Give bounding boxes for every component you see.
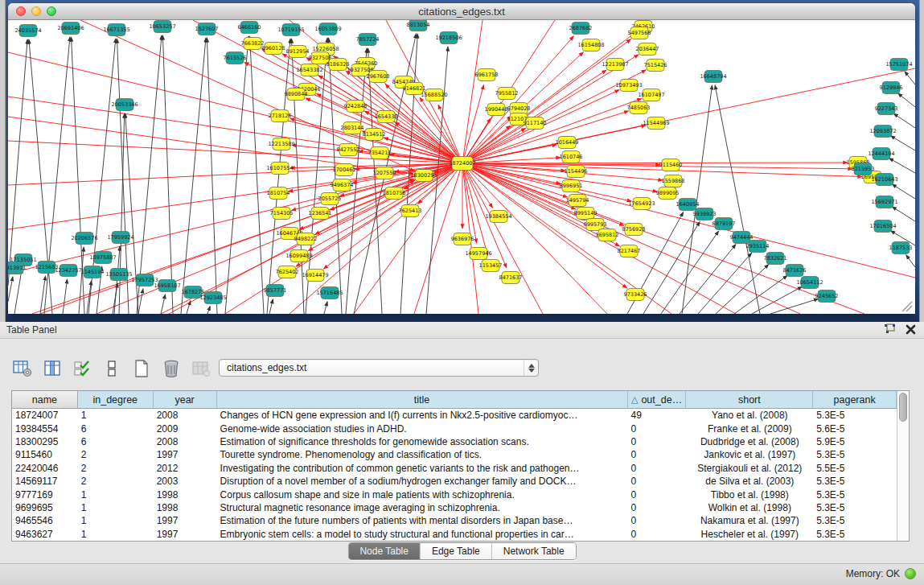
network-node-yellow[interactable]: 2718126 [269, 110, 292, 122]
network-node-yellow[interactable]: 8471637 [499, 272, 523, 284]
network-node-yellow[interactable]: 9115460 [659, 159, 683, 171]
cell-year[interactable]: 1998 [154, 488, 217, 501]
network-node-yellow[interactable]: 1016449 [556, 137, 579, 149]
network-node-teal[interactable]: 20053346 [111, 99, 138, 111]
network-node-teal[interactable]: 17016504 [869, 220, 896, 233]
network-node-yellow[interactable]: 7625402 [276, 266, 299, 278]
network-node-teal[interactable]: 1145194 [81, 266, 105, 278]
cell-out_degree[interactable]: 0 [628, 514, 687, 527]
cell-name[interactable]: 9699695 [12, 501, 78, 514]
network-node-teal[interactable]: 15716485 [316, 287, 343, 299]
cell-in_degree[interactable]: 1 [78, 409, 154, 422]
column-header-short[interactable]: short [686, 391, 813, 408]
cell-pagerank[interactable]: 5.3E-5 [813, 514, 897, 527]
network-node-teal[interactable]: 7857224 [356, 34, 380, 46]
cell-title[interactable]: Embryonic stem cells: a model to study s… [217, 528, 628, 541]
table-row[interactable]: 1938455462009Genome-wide association stu… [12, 422, 897, 435]
network-node-teal[interactable]: 10653257 [149, 21, 175, 33]
cell-pagerank[interactable]: 5.3E-5 [813, 409, 897, 422]
network-node-yellow[interactable]: 9496374 [331, 179, 354, 192]
cell-short[interactable]: de Silva et al. (2003) [686, 475, 813, 488]
network-node-yellow[interactable]: 1236541 [309, 208, 332, 220]
network-node-yellow[interactable]: 1559868 [662, 175, 685, 187]
cell-title[interactable]: Genome-wide association studies in ADHD. [217, 422, 628, 435]
network-node-teal[interactable]: 19218506 [435, 32, 462, 44]
table-row[interactable]: 1830029562008Estimation of significance … [12, 435, 897, 448]
citation-network-graph[interactable]: 7663822896012889129541522605893275088186… [8, 20, 915, 314]
network-node-teal[interactable]: 2687682 [569, 23, 593, 35]
network-node-yellow[interactable]: 2036447 [636, 43, 659, 56]
cell-name[interactable]: 9115460 [12, 448, 78, 461]
network-node-teal[interactable]: 20206576 [71, 233, 97, 245]
network-node-yellow[interactable]: 16914479 [302, 270, 328, 282]
network-node-yellow[interactable]: 16099489 [285, 250, 312, 262]
cell-out_degree[interactable]: 0 [628, 528, 687, 541]
column-header-title[interactable]: title [217, 391, 628, 408]
cell-title[interactable]: Structural magnetic resonance image aver… [217, 501, 628, 514]
column-header-pagerank[interactable]: pagerank [813, 391, 897, 408]
canvas-resize-grip-icon[interactable] [902, 302, 912, 311]
cell-pagerank[interactable]: 5.9E-5 [813, 435, 897, 448]
network-node-yellow[interactable]: 9117140 [524, 117, 547, 130]
network-node-yellow[interactable]: 1207559 [373, 167, 396, 179]
network-node-yellow[interactable]: 8960128 [262, 43, 285, 55]
network-node-teal[interactable]: 16671355 [103, 24, 129, 36]
column-header-out_degree[interactable]: △out_de… [628, 391, 687, 408]
cell-in_degree[interactable]: 2 [78, 462, 154, 475]
cell-short[interactable]: Wolkin et al. (1998) [686, 501, 813, 514]
network-node-yellow[interactable]: 7354211 [368, 147, 392, 159]
cell-year[interactable]: 2012 [154, 462, 217, 475]
network-node-teal[interactable]: 9245652 [815, 290, 839, 303]
network-node-yellow[interactable]: 1700461 [333, 164, 356, 176]
network-node-teal[interactable]: 7615526 [224, 52, 247, 64]
cell-out_degree[interactable]: 0 [628, 435, 687, 448]
network-node-yellow[interactable]: 1153457 [479, 260, 503, 272]
cell-title[interactable]: Investigating the contribution of common… [217, 462, 628, 475]
cell-name[interactable]: 18724007 [12, 409, 78, 422]
network-node-teal[interactable]: 1640954 [676, 199, 700, 211]
cell-title[interactable]: Changes of HCN gene expression and I(f) … [217, 409, 628, 422]
network-node-teal[interactable]: 8471626 [783, 265, 807, 277]
cell-pagerank[interactable]: 5.3E-5 [813, 528, 897, 541]
network-node-yellow[interactable]: 7663822 [241, 38, 265, 50]
cell-out_degree[interactable]: 0 [628, 462, 687, 475]
network-node-teal[interactable]: 13505135 [105, 269, 132, 281]
cell-year[interactable]: 2008 [154, 435, 217, 448]
cell-in_degree[interactable]: 1 [78, 501, 154, 514]
cell-in_degree[interactable]: 1 [78, 514, 154, 527]
cell-in_degree[interactable]: 2 [78, 475, 154, 488]
network-node-yellow[interactable]: 2055725 [318, 193, 342, 205]
network-node-yellow[interactable]: 8756928 [622, 224, 646, 236]
network-node-teal[interactable]: 1187533 [889, 242, 913, 254]
cell-pagerank[interactable]: 5.3E-5 [813, 448, 897, 461]
cell-year[interactable]: 2009 [154, 422, 217, 435]
memory-status[interactable]: Memory: OK [846, 568, 916, 579]
show-column-icon[interactable] [43, 359, 62, 378]
table-row[interactable]: 977716911998Corpus callosum shape and si… [12, 488, 897, 501]
network-node-yellow[interactable]: 9498222 [294, 233, 318, 245]
cell-out_degree[interactable]: 0 [628, 448, 687, 461]
network-window-titlebar[interactable]: citations_edges.txt [8, 3, 915, 20]
network-node-yellow[interactable]: 10973493 [615, 80, 642, 92]
close-panel-icon[interactable] [906, 323, 916, 338]
network-node-teal[interactable]: 7832621 [764, 253, 787, 265]
cell-name[interactable]: 22420046 [12, 462, 78, 475]
table-row[interactable]: 1872400712008Changes of HCN gene express… [12, 409, 897, 422]
table-row[interactable]: 946362711997Embryonic stem cells: a mode… [12, 528, 897, 541]
network-node-teal[interactable]: 16648794 [700, 71, 726, 83]
cell-year[interactable]: 1997 [154, 514, 217, 527]
cell-year[interactable]: 1997 [154, 448, 217, 461]
network-node-teal[interactable]: 17959924 [107, 232, 133, 244]
column-header-year[interactable]: year [154, 391, 217, 408]
table-row[interactable]: 969969511998Structural magnetic resonanc… [12, 501, 897, 514]
tab-edge-table[interactable]: Edge Table [421, 543, 492, 559]
cell-out_degree[interactable]: 49 [628, 409, 687, 422]
network-node-yellow[interactable]: 9242848 [344, 101, 368, 113]
cell-pagerank[interactable]: 5.3E-5 [813, 488, 897, 501]
network-node-yellow[interactable]: 1810754 [267, 187, 290, 200]
cell-title[interactable]: Disruption of a novel member of a sodium… [217, 475, 628, 488]
network-node-yellow[interactable]: 7515426 [644, 60, 667, 72]
network-node-yellow[interactable]: 8217467 [618, 245, 641, 257]
cell-in_degree[interactable]: 1 [78, 528, 154, 541]
network-node-teal[interactable]: 12444194 [868, 148, 894, 160]
